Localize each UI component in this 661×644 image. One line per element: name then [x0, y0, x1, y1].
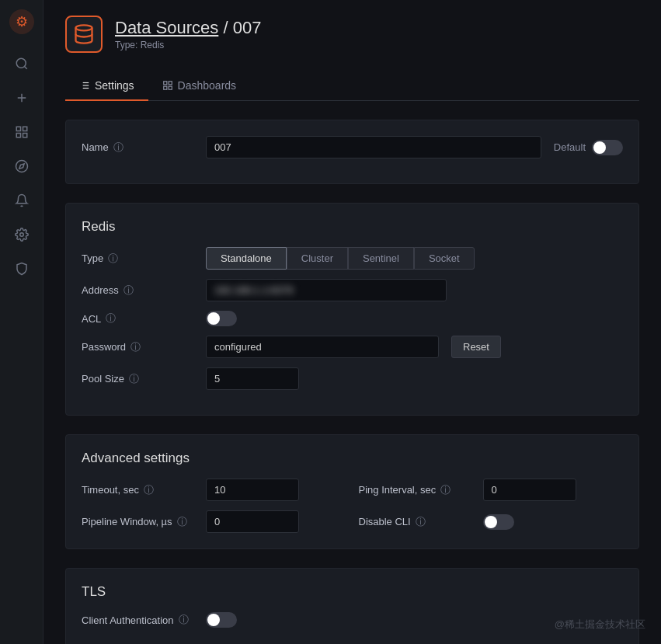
- svg-line-3: [24, 66, 26, 68]
- redis-section-title: Redis: [82, 219, 623, 235]
- default-group: Default: [554, 140, 623, 155]
- tls-section: TLS Client Authentication ⓘ: [65, 568, 639, 644]
- datasource-subtitle: Type: Redis: [115, 40, 261, 50]
- reset-button[interactable]: Reset: [451, 336, 501, 358]
- svg-rect-23: [169, 86, 172, 89]
- pipeline-window-info-icon[interactable]: ⓘ: [177, 515, 187, 529]
- svg-text:⚙: ⚙: [16, 14, 28, 30]
- tab-settings-label: Settings: [95, 79, 134, 92]
- ping-interval-label: Ping Interval, sec ⓘ: [359, 483, 483, 497]
- client-auth-label: Client Authentication ⓘ: [82, 613, 206, 627]
- svg-rect-20: [163, 82, 166, 85]
- password-label: Password ⓘ: [82, 340, 206, 354]
- address-input-wrapper[interactable]: 192.168.1.1:6379: [206, 279, 447, 301]
- pool-size-input[interactable]: [206, 367, 299, 390]
- name-input[interactable]: [206, 136, 541, 158]
- sidebar-shield-icon[interactable]: [8, 255, 36, 283]
- password-input[interactable]: [206, 336, 439, 358]
- pipeline-window-label: Pipeline Window, µs ⓘ: [82, 515, 206, 529]
- name-label: Name ⓘ: [82, 141, 206, 155]
- client-auth-row: Client Authentication ⓘ: [82, 612, 623, 628]
- default-toggle[interactable]: [592, 140, 623, 155]
- redis-section: Redis Type ⓘ Standalone Cluster Sentinel…: [65, 203, 639, 416]
- svg-rect-22: [163, 86, 166, 89]
- type-btn-socket[interactable]: Socket: [414, 247, 475, 270]
- client-auth-info-icon[interactable]: ⓘ: [179, 613, 189, 627]
- address-info-icon[interactable]: ⓘ: [124, 284, 134, 298]
- type-buttons: Standalone Cluster Sentinel Socket: [206, 247, 475, 270]
- password-info-icon[interactable]: ⓘ: [130, 340, 141, 354]
- sidebar-settings-icon[interactable]: [8, 221, 36, 249]
- client-auth-toggle[interactable]: [206, 612, 237, 628]
- main-content: Data Sources / 007 Type: Redis Settings …: [43, 0, 661, 644]
- password-row: Password ⓘ Reset: [82, 336, 623, 358]
- timeout-info-icon[interactable]: ⓘ: [144, 483, 154, 497]
- breadcrumb-separator: /: [223, 18, 232, 37]
- timeout-label: Timeout, sec ⓘ: [82, 483, 206, 497]
- acl-toggle[interactable]: [206, 311, 237, 326]
- advanced-section-title: Advanced settings: [82, 451, 623, 466]
- type-label: Type ⓘ: [82, 252, 206, 266]
- svg-rect-21: [169, 82, 172, 85]
- acl-info-icon[interactable]: ⓘ: [106, 312, 116, 325]
- datasource-icon: [65, 16, 103, 53]
- svg-rect-6: [16, 127, 20, 131]
- timeout-row: Timeout, sec ⓘ: [82, 479, 346, 501]
- svg-rect-7: [23, 127, 26, 131]
- svg-rect-9: [23, 134, 26, 138]
- advanced-grid: Timeout, sec ⓘ Ping Interval, sec ⓘ Pipe…: [82, 479, 623, 533]
- datasource-breadcrumb-link[interactable]: Data Sources: [115, 18, 218, 37]
- ping-interval-input[interactable]: [483, 479, 576, 501]
- watermark: @稀土掘金技术社区: [555, 618, 645, 632]
- sidebar-explore-icon[interactable]: [8, 152, 36, 180]
- type-row: Type ⓘ Standalone Cluster Sentinel Socke…: [82, 247, 623, 270]
- tab-dashboards-label: Dashboards: [178, 79, 237, 92]
- sidebar-search-icon[interactable]: [8, 50, 36, 78]
- pool-size-label: Pool Size ⓘ: [82, 372, 206, 386]
- type-info-icon[interactable]: ⓘ: [108, 252, 118, 266]
- address-blurred: 192.168.1.1:6379: [214, 284, 293, 296]
- tab-settings[interactable]: Settings: [65, 71, 148, 101]
- sidebar-apps-icon[interactable]: [8, 118, 36, 146]
- type-btn-standalone[interactable]: Standalone: [206, 247, 287, 270]
- disable-cli-label: Disable CLI ⓘ: [359, 515, 483, 529]
- pipeline-window-row: Pipeline Window, µs ⓘ: [82, 510, 346, 533]
- acl-label: ACL ⓘ: [82, 312, 206, 325]
- svg-point-2: [16, 58, 26, 68]
- type-btn-cluster[interactable]: Cluster: [287, 247, 348, 270]
- acl-row: ACL ⓘ: [82, 311, 623, 326]
- page-header: Data Sources / 007 Type: Redis: [65, 16, 639, 53]
- default-label: Default: [554, 141, 586, 153]
- name-row: Name ⓘ Default: [82, 136, 623, 158]
- svg-marker-11: [19, 164, 23, 169]
- sidebar-add-icon[interactable]: [8, 84, 36, 112]
- tls-section-title: TLS: [82, 584, 623, 600]
- disable-cli-info-icon[interactable]: ⓘ: [416, 515, 426, 529]
- disable-cli-row: Disable CLI ⓘ: [359, 510, 624, 533]
- pool-size-info-icon[interactable]: ⓘ: [129, 372, 139, 386]
- type-btn-sentinel[interactable]: Sentinel: [348, 247, 414, 270]
- tab-dashboards[interactable]: Dashboards: [148, 71, 251, 101]
- svg-point-12: [19, 233, 23, 237]
- tabs: Settings Dashboards: [65, 71, 639, 101]
- datasource-name: 007: [233, 18, 262, 37]
- svg-rect-8: [16, 134, 20, 138]
- timeout-input[interactable]: [206, 479, 299, 501]
- app-logo[interactable]: ⚙: [9, 9, 34, 34]
- address-label: Address ⓘ: [82, 284, 206, 298]
- ping-interval-info-icon[interactable]: ⓘ: [440, 483, 451, 497]
- page-title: Data Sources / 007: [115, 18, 261, 38]
- name-info-icon[interactable]: ⓘ: [113, 141, 124, 155]
- svg-point-10: [16, 161, 27, 172]
- sidebar-alerts-icon[interactable]: [8, 186, 36, 214]
- page-title-group: Data Sources / 007 Type: Redis: [115, 18, 261, 50]
- address-row: Address ⓘ 192.168.1.1:6379: [82, 279, 623, 301]
- sidebar: ⚙: [0, 0, 43, 644]
- disable-cli-toggle[interactable]: [483, 514, 514, 530]
- name-section: Name ⓘ Default: [65, 120, 639, 184]
- ping-interval-row: Ping Interval, sec ⓘ: [359, 479, 624, 501]
- advanced-section: Advanced settings Timeout, sec ⓘ Ping In…: [65, 434, 639, 549]
- pipeline-window-input[interactable]: [206, 510, 299, 533]
- pool-size-row: Pool Size ⓘ: [82, 367, 623, 390]
- svg-point-13: [76, 25, 92, 30]
